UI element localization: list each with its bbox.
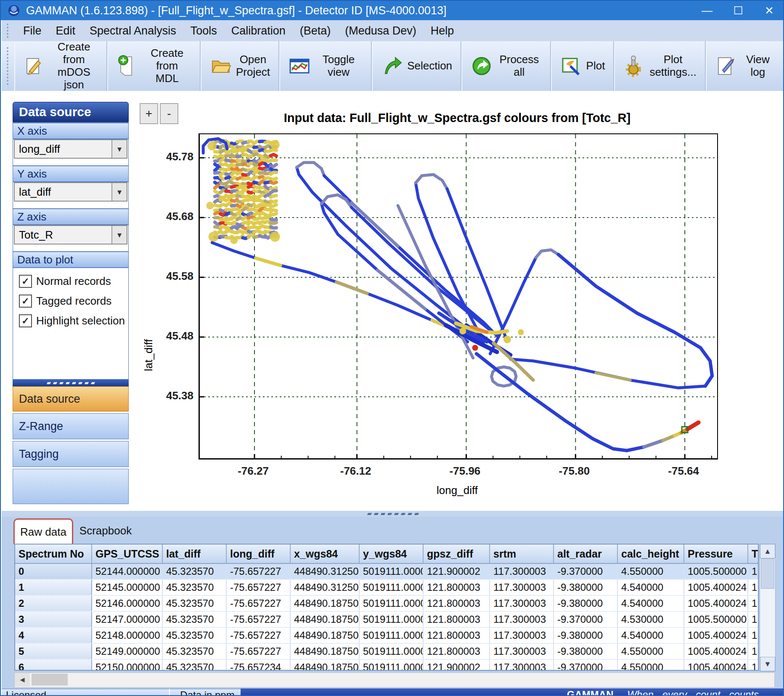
table-cell: 4.550000 bbox=[617, 643, 684, 659]
toolbar-button-plot[interactable]: Plot settings... bbox=[614, 41, 705, 91]
column-header-gps-utcss[interactable]: GPS_UTCSS bbox=[92, 545, 162, 563]
table-cell: 121.800003 bbox=[423, 643, 490, 659]
column-header-alt-radar[interactable]: alt_radar bbox=[554, 545, 617, 563]
column-header-x-wgs84[interactable]: x_wgs84 bbox=[290, 545, 359, 563]
chevron-down-icon[interactable]: ▾ bbox=[111, 183, 127, 201]
axis-dropdown-z-axis[interactable]: Totc_R▾ bbox=[14, 225, 127, 244]
table-cell: 52148.000000 bbox=[92, 627, 162, 643]
column-header-srtm[interactable]: srtm bbox=[490, 545, 554, 563]
table-row[interactable]: 452148.00000045.323570-75.657227448490.1… bbox=[15, 627, 759, 643]
table-cell: -9.380000 bbox=[554, 643, 617, 659]
table-cell: -75.657227 bbox=[226, 579, 290, 595]
menu-item-file[interactable]: File bbox=[16, 24, 49, 37]
x-tick-label: -76.27 bbox=[228, 465, 278, 478]
table-cell: 45.323570 bbox=[162, 611, 226, 627]
status-units: Data in ppm bbox=[169, 688, 241, 696]
menu-item-calibration[interactable]: Calibration bbox=[224, 24, 293, 37]
table-cell: 117.300003 bbox=[490, 659, 554, 671]
table-cell: 5019111.0000 bbox=[359, 659, 423, 671]
sidebar-nav-z-range[interactable]: Z-Range bbox=[13, 413, 129, 439]
toolbar-button-plot[interactable]: Plot bbox=[551, 41, 614, 91]
toolbar-button-view-log[interactable]: View log bbox=[706, 41, 784, 91]
table-row[interactable]: 652150.00000045.323570-75.657234448490.1… bbox=[15, 659, 759, 671]
table-cell: 5019111.0000 bbox=[359, 579, 423, 595]
table-row[interactable]: 152145.00000045.323570-75.657227448490.3… bbox=[15, 579, 759, 595]
table-cell: 117.300003 bbox=[490, 627, 554, 643]
horizontal-splitter[interactable] bbox=[2, 511, 784, 517]
menu-item-help[interactable]: Help bbox=[424, 24, 461, 37]
table-cell: 1005.500000 bbox=[684, 611, 748, 627]
sidebar-nav-data-source[interactable]: Data source bbox=[13, 386, 129, 412]
toolbar-button-create-from[interactable]: Create from MDL bbox=[107, 41, 200, 91]
tab-raw-data[interactable]: Raw data bbox=[13, 518, 73, 544]
checkbox-row-normal-records[interactable]: ✓Normal records bbox=[19, 275, 128, 288]
axis-dropdown-x-axis[interactable]: long_diff▾ bbox=[14, 139, 127, 159]
vertical-scrollbar[interactable]: ▲ ▼ bbox=[760, 544, 776, 672]
checkbox[interactable]: ✓ bbox=[19, 295, 32, 308]
table-cell: -9.370000 bbox=[554, 659, 617, 671]
minimize-button[interactable]: — bbox=[691, 1, 723, 20]
column-header-pressure[interactable]: Pressure bbox=[684, 545, 748, 563]
table-cell: 121.900002 bbox=[423, 659, 490, 671]
column-header-spectrum-no[interactable]: Spectrum No bbox=[15, 545, 92, 563]
table-cell: 4.540000 bbox=[617, 595, 684, 611]
column-header-lat-diff[interactable]: lat_diff bbox=[162, 545, 226, 563]
scroll-up-icon[interactable]: ▲ bbox=[760, 544, 775, 558]
table-cell: 117.300003 bbox=[490, 563, 554, 579]
column-header-gpsz-diff[interactable]: gpsz_diff bbox=[423, 545, 490, 563]
vertical-scroll-thumb[interactable] bbox=[761, 558, 774, 589]
table-cell: 121.900002 bbox=[423, 563, 490, 579]
table-cell: 121.800003 bbox=[423, 627, 490, 643]
column-header-y-wgs84[interactable]: y_wgs84 bbox=[359, 545, 423, 563]
horizontal-scroll-thumb[interactable] bbox=[32, 674, 68, 685]
scroll-left-icon[interactable]: ◂ bbox=[15, 673, 30, 686]
toolbar-button-toggle-view[interactable]: Toggle view bbox=[279, 41, 372, 91]
toolbar-button-process-all[interactable]: Process all bbox=[461, 41, 551, 91]
checkbox[interactable]: ✓ bbox=[19, 314, 32, 327]
plot-area[interactable] bbox=[199, 133, 718, 460]
table-cell: 117.300003 bbox=[490, 643, 554, 659]
zoom-in-button[interactable]: + bbox=[140, 103, 158, 124]
status-brand: GAMMAN. bbox=[567, 689, 616, 696]
table-row[interactable]: 052144.00000045.323570-75.657227448490.3… bbox=[15, 563, 759, 579]
view-log-icon bbox=[715, 55, 737, 77]
table-cell: 52147.000000 bbox=[92, 611, 162, 627]
menu-item-beta[interactable]: (Beta) bbox=[293, 24, 338, 37]
tab-scrapbook[interactable]: Scrapbook bbox=[74, 518, 137, 543]
column-header-calc-height[interactable]: calc_height bbox=[617, 545, 684, 563]
checkbox-row-highlight-selection[interactable]: ✓Highlight selection bbox=[19, 314, 128, 327]
menu-item-edit[interactable]: Edit bbox=[49, 24, 83, 37]
x-tick-label: -76.12 bbox=[331, 465, 381, 478]
table-cell: 1005.400024 bbox=[684, 627, 748, 643]
table-row[interactable]: 552149.00000045.323570-75.657227448490.1… bbox=[15, 643, 759, 659]
checkbox[interactable]: ✓ bbox=[19, 275, 32, 288]
column-header-t[interactable]: T bbox=[748, 545, 759, 563]
toolbar-button-open[interactable]: Open Project bbox=[201, 41, 279, 91]
sidebar-splitter[interactable] bbox=[13, 380, 129, 386]
chevron-down-icon[interactable]: ▾ bbox=[111, 226, 127, 244]
maximize-button[interactable]: ☐ bbox=[723, 1, 754, 20]
column-header-long-diff[interactable]: long_diff bbox=[226, 545, 290, 563]
status-bar: Licensed Data in ppm GAMMAN. When every … bbox=[2, 688, 784, 696]
toolbar-button-create-from[interactable]: Create from mDOS json bbox=[14, 41, 107, 91]
table-cell: 5019111.0000 bbox=[359, 643, 423, 659]
table-cell: -9.370000 bbox=[554, 611, 617, 627]
table-cell: 1005.500000 bbox=[684, 563, 748, 579]
chevron-down-icon[interactable]: ▾ bbox=[111, 140, 127, 158]
checkbox-row-tagged-records[interactable]: ✓Tagged records bbox=[19, 295, 128, 308]
sidebar-nav-tagging[interactable]: Tagging bbox=[13, 441, 129, 467]
toolbar-button-selection[interactable]: Selection bbox=[372, 41, 461, 91]
scroll-down-icon[interactable]: ▼ bbox=[760, 657, 775, 671]
menu-item-tools[interactable]: Tools bbox=[183, 24, 224, 37]
axis-dropdown-y-axis[interactable]: lat_diff▾ bbox=[14, 182, 127, 202]
horizontal-scrollbar[interactable]: ◂ bbox=[14, 672, 775, 688]
table-row[interactable]: 252146.00000045.323570-75.657227448490.1… bbox=[15, 595, 759, 611]
table-row[interactable]: 352147.00000045.323570-75.657227448490.1… bbox=[15, 611, 759, 627]
y-tick-label: 45.48 bbox=[164, 329, 193, 343]
toolbar: Create from mDOS jsonCreate from MDLOpen… bbox=[2, 41, 784, 91]
menu-item-medusa-dev[interactable]: (Medusa Dev) bbox=[338, 24, 424, 37]
zoom-out-button[interactable]: - bbox=[160, 103, 178, 124]
close-button[interactable]: ✕ bbox=[754, 1, 784, 20]
sidebar-body: X axislong_diff▾Y axislat_diff▾Z axisTot… bbox=[13, 122, 129, 380]
menu-item-spectral-analysis[interactable]: Spectral Analysis bbox=[82, 24, 183, 37]
